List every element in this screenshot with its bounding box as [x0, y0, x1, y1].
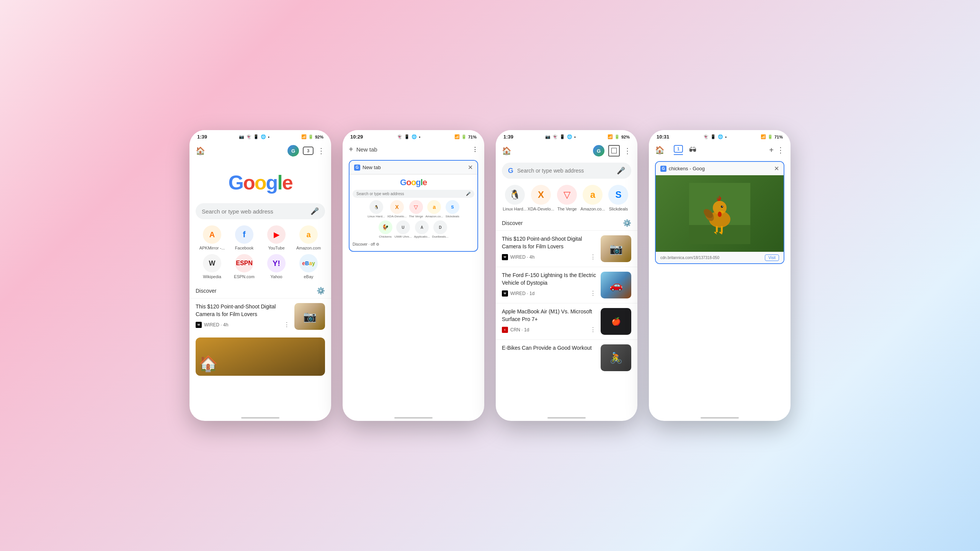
news-card-camera-3[interactable]: This $120 Point-and-Shoot Digital Camera…: [496, 230, 637, 267]
menu-icon-3[interactable]: ⋮: [624, 146, 631, 155]
svg-point-8: [718, 212, 722, 217]
shortcut-linux[interactable]: 🐧 Linux Hard...: [502, 185, 528, 211]
avatar-1[interactable]: G: [287, 145, 299, 156]
chicken-url-bar: cdn.britannica.com/18/137318-050 Visit: [656, 252, 784, 263]
shortcut-youtube[interactable]: ▶ YouTube: [262, 225, 291, 250]
mini-search-bar[interactable]: Search or type web address 🎤: [353, 190, 474, 198]
news-more-3b[interactable]: ⋮: [590, 290, 596, 297]
shortcut-amazon[interactable]: a Amazon.com: [294, 225, 323, 250]
tab-menu-icon[interactable]: ⋮: [472, 146, 478, 153]
news-thumb-bike-3: 🚴: [601, 344, 631, 371]
mic-icon-1[interactable]: 🎤: [310, 207, 319, 215]
new-tab-button[interactable]: + New tab: [349, 145, 377, 154]
search-input-1[interactable]: [202, 208, 307, 215]
shortcut-label-slickdeals: Slickdeals: [606, 207, 631, 211]
large-image-card-1[interactable]: 🏠: [196, 337, 325, 376]
shortcut-facebook[interactable]: f Facebook: [230, 225, 258, 250]
mini-shortcut-1[interactable]: 🐧 Linux Hard...: [368, 200, 385, 218]
mini-shortcut-7[interactable]: U UWifi Uhm...: [395, 220, 412, 238]
news-more-3c[interactable]: ⋮: [590, 326, 596, 333]
shortcut-wikipedia[interactable]: W Wikipedia: [198, 254, 226, 279]
mini-shortcut-4[interactable]: a Amazon.co...: [425, 200, 443, 218]
shortcut-label-xda: XDA-Develo...: [528, 207, 554, 211]
shortcut-label-wikipedia: Wikipedia: [198, 274, 226, 279]
search-bar-3[interactable]: G 🎤: [502, 163, 631, 179]
news-more-1[interactable]: ⋮: [284, 321, 290, 328]
discover-settings-1[interactable]: ⚙️: [317, 287, 325, 295]
mini-discover-label: Discover · off ⚙: [353, 241, 474, 248]
shortcut-amazon-3[interactable]: a Amazon.co...: [580, 185, 606, 211]
tab-view-header: + New tab ⋮: [343, 142, 484, 157]
news-source-camera-3: WIRED · 4h: [510, 254, 534, 260]
discover-title-3: Discover: [502, 220, 523, 226]
shortcut-espn[interactable]: ESPN ESPN.com: [230, 254, 258, 279]
shortcut-xda[interactable]: X XDA-Develo...: [528, 185, 554, 211]
home-icon-4[interactable]: 🏠: [655, 145, 665, 155]
shortcut-label-verge: The Verge: [554, 207, 580, 211]
news-title-mac-3: Apple MacBook Air (M1) Vs. Microsoft Sur…: [502, 308, 596, 323]
visit-button[interactable]: Visit: [765, 254, 779, 261]
wired-icon-3b: W: [502, 290, 508, 297]
chicken-card-header: G chickens - Goog ✕: [656, 162, 784, 175]
mini-shortcut-9[interactable]: D Duelbeats...: [432, 220, 449, 238]
discover-settings-3[interactable]: ⚙️: [623, 219, 631, 227]
shortcut-yahoo[interactable]: Y! Yahoo: [262, 254, 291, 279]
mini-shortcuts-grid-2: 🐓 Chickens U UWifi Uhm... A Applicatio..…: [353, 220, 474, 238]
svg-point-5: [721, 205, 723, 208]
mini-shortcut-8[interactable]: A Applicatio...: [414, 220, 430, 238]
search-bar-1[interactable]: 🎤: [196, 203, 325, 219]
tab-manager-active-tab: 1: [674, 145, 683, 155]
home-icon-1[interactable]: 🏠: [196, 146, 205, 155]
new-tab-label: New tab: [356, 146, 377, 153]
chicken-favicon: G: [660, 166, 666, 172]
news-content-mac-3: Apple MacBook Air (M1) Vs. Microsoft Sur…: [502, 308, 596, 333]
menu-icon-1[interactable]: ⋮: [317, 146, 325, 155]
large-image-inner-1: 🏠: [196, 337, 325, 376]
shortcut-slickdeals[interactable]: S Slickdeals: [606, 185, 631, 211]
tab-manager-menu[interactable]: ⋮: [777, 145, 784, 155]
search-input-3[interactable]: [517, 168, 613, 174]
news-card-camera-1[interactable]: This $120 Point-and-Shoot Digital Camera…: [189, 298, 331, 334]
news-card-mac-3[interactable]: Apple MacBook Air (M1) Vs. Microsoft Sur…: [496, 303, 637, 339]
time-2: 10:29: [350, 134, 363, 140]
mini-shortcuts-grid: 🐧 Linux Hard... X XDA-Develo... ▽ The Ve…: [353, 200, 474, 218]
discover-header-1: Discover ⚙️: [189, 282, 331, 298]
chicken-tab-card[interactable]: G chickens - Goog ✕: [655, 161, 784, 264]
news-card-truck-3[interactable]: The Ford F-150 Lightning Is the Electric…: [496, 267, 637, 303]
incognito-icon[interactable]: 🕶: [689, 146, 697, 155]
tab-card-newtab[interactable]: G New tab ✕ Google Search or type web ad…: [349, 160, 478, 252]
chicken-tab-title: chickens - Goog: [669, 166, 705, 171]
new-tab-plus[interactable]: +: [769, 146, 774, 155]
avatar-3[interactable]: G: [593, 145, 604, 156]
shortcut-label-amazon: Amazon.com: [294, 246, 323, 250]
mic-icon-3[interactable]: 🎤: [617, 166, 625, 175]
shortcut-ebay[interactable]: eBay eBay: [294, 254, 323, 279]
news-meta-camera-3: W WIRED · 4h ⋮: [502, 253, 596, 261]
chicken-tab-close[interactable]: ✕: [774, 165, 779, 172]
news-title-camera-1: This $120 Point-and-Shoot Digital Camera…: [196, 303, 290, 318]
news-title-bike-3: E-Bikes Can Provide a Good Workout: [502, 344, 596, 352]
news-more-3a[interactable]: ⋮: [590, 253, 596, 261]
discover-title-1: Discover: [196, 288, 216, 294]
news-source-mac-3: CRN · 1d: [510, 327, 529, 333]
tab-badge-1[interactable]: 3: [303, 147, 314, 155]
tab-close-button[interactable]: ✕: [468, 164, 473, 171]
chicken-image: [656, 175, 784, 252]
shortcut-apkmirror[interactable]: A APKMirror -...: [198, 225, 226, 250]
tab-count-badge[interactable]: 1: [674, 145, 683, 153]
mini-shortcut-2[interactable]: X XDA-Develo...: [387, 200, 407, 218]
mini-shortcut-6[interactable]: 🐓 Chickens: [379, 220, 392, 238]
news-card-bike-3[interactable]: E-Bikes Can Provide a Good Workout 🚴: [496, 339, 637, 376]
search-container-1: 🎤: [189, 200, 331, 222]
checkbox-icon-3[interactable]: ☐: [608, 145, 620, 156]
mini-shortcut-3[interactable]: ▽ The Verge: [409, 200, 423, 218]
home-indicator-4: [701, 417, 739, 419]
home-icon-3[interactable]: 🏠: [502, 146, 511, 155]
shortcut-label-facebook: Facebook: [230, 246, 258, 250]
news-meta-truck-3: W WIRED · 1d ⋮: [502, 290, 596, 297]
time-3: 1:39: [503, 134, 513, 140]
svg-rect-12: [721, 226, 723, 232]
mini-shortcut-5[interactable]: S Slickdeals: [446, 200, 459, 218]
shortcut-verge[interactable]: ▽ The Verge: [554, 185, 580, 211]
phone-2: 10:29 👻 📱 🌐 • 📶 🔋 71% + New tab ⋮ G New …: [343, 130, 484, 421]
